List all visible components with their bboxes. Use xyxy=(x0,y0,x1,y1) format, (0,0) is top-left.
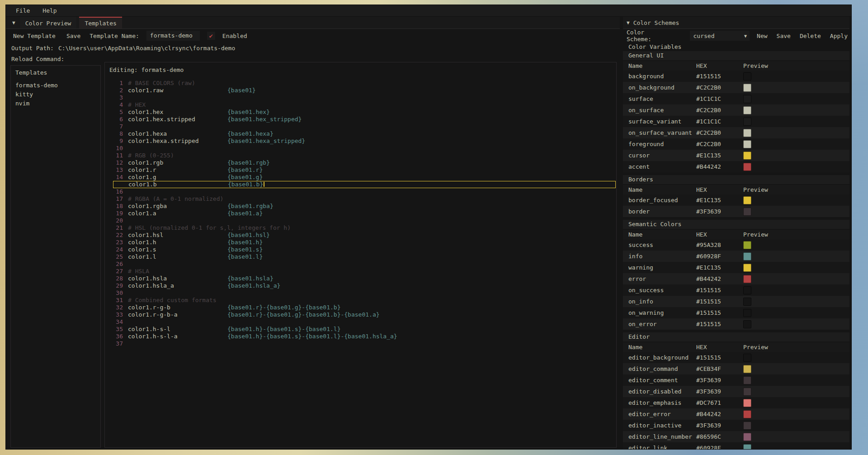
color-variable-row[interactable]: error #B44242 xyxy=(623,273,849,284)
editor-code-line[interactable]: 35 color1.h-s-l{base01.h}-{base01.s}-{ba… xyxy=(105,326,616,333)
editor-code-line[interactable]: 32 color1.r-g-b{base01.r}-{base01.g}-{ba… xyxy=(105,304,616,311)
editor-code-line[interactable]: 11 # RGB (0-255) xyxy=(105,152,616,159)
output-path-value[interactable]: C:\Users\user\AppData\Roaming\clrsync\fo… xyxy=(58,45,235,52)
color-variable-row[interactable]: on_success #151515 xyxy=(623,284,849,296)
tab-templates[interactable]: Templates xyxy=(79,17,122,28)
new-template-button[interactable]: New Template xyxy=(11,32,57,40)
menu-help[interactable]: Help xyxy=(42,7,57,14)
color-swatch[interactable] xyxy=(743,320,751,328)
editor-code-line[interactable]: 36 color1.h-s-l-a{base01.h}-{base01.s}-{… xyxy=(105,333,616,340)
variable-hex-value[interactable]: #CEB34F xyxy=(696,365,743,372)
variable-hex-value[interactable]: #151515 xyxy=(696,73,743,80)
editor-code-line[interactable]: 16 xyxy=(105,188,616,195)
color-variable-row[interactable]: editor_disabled #3F3639 xyxy=(623,386,849,397)
variable-hex-value[interactable]: #151515 xyxy=(696,298,743,305)
save-template-button[interactable]: Save xyxy=(65,32,82,40)
color-swatch[interactable] xyxy=(743,433,751,441)
color-variable-row[interactable]: on_surface #C2C2B0 xyxy=(623,104,849,116)
color-swatch[interactable] xyxy=(743,286,751,294)
color-variable-row[interactable]: foreground #C2C2B0 xyxy=(623,138,849,150)
color-variable-row[interactable]: border #3F3639 xyxy=(623,206,849,217)
color-variable-row[interactable]: on_info #151515 xyxy=(623,296,849,307)
collapse-arrow-icon[interactable]: ▼ xyxy=(6,20,20,26)
color-variable-row[interactable]: editor_emphasis #DC7671 xyxy=(623,397,849,408)
variable-hex-value[interactable]: #C2C2B0 xyxy=(696,129,743,136)
variable-hex-value[interactable]: #1C1C1C xyxy=(696,95,743,102)
color-swatch[interactable] xyxy=(743,152,751,160)
variable-hex-value[interactable]: #60928F xyxy=(696,253,743,260)
color-swatch[interactable] xyxy=(743,95,751,103)
color-swatch[interactable] xyxy=(743,196,751,204)
editor-code-line[interactable]: 3 xyxy=(105,94,616,101)
color-swatch[interactable] xyxy=(743,422,751,430)
color-variable-row[interactable]: editor_background #151515 xyxy=(623,352,849,363)
section-header[interactable]: Semantic Colors xyxy=(623,220,849,229)
variable-hex-value[interactable]: #151515 xyxy=(696,354,743,361)
variable-hex-value[interactable]: #B44242 xyxy=(696,163,743,170)
enabled-checkbox[interactable]: ✔ xyxy=(207,32,215,40)
color-variable-row[interactable]: editor_error #B44242 xyxy=(623,408,849,420)
template-editor[interactable]: 1 # BASE COLORS (raw) 2 color1.raw{base0… xyxy=(105,80,616,347)
variable-hex-value[interactable]: #151515 xyxy=(696,287,743,294)
template-name-input[interactable]: formats-demo xyxy=(146,31,200,41)
collapse-arrow-icon[interactable]: ▼ xyxy=(623,20,633,26)
variable-hex-value[interactable]: #60928F xyxy=(696,445,743,449)
color-swatch[interactable] xyxy=(743,106,751,114)
color-variable-row[interactable]: editor_link #60928F xyxy=(623,442,849,449)
color-swatch[interactable] xyxy=(743,444,751,450)
scheme-save-button[interactable]: Save xyxy=(775,32,793,40)
editor-code-line[interactable]: 10 xyxy=(105,145,616,152)
variable-hex-value[interactable]: #3F3639 xyxy=(696,377,743,384)
variable-hex-value[interactable]: #C2C2B0 xyxy=(696,141,743,147)
tab-color-preview[interactable]: Color Preview xyxy=(20,17,77,28)
color-variable-row[interactable]: background #151515 xyxy=(623,71,849,82)
variable-hex-value[interactable]: #95A328 xyxy=(696,242,743,248)
color-swatch[interactable] xyxy=(743,376,751,384)
editor-code-line[interactable]: 8 color1.hexa{base01.hexa} xyxy=(105,130,616,137)
editor-code-line[interactable]: 18 color1.rgba{base01.rgba} xyxy=(105,203,616,210)
color-variable-row[interactable]: editor_inactive #3F3639 xyxy=(623,420,849,431)
color-swatch[interactable] xyxy=(743,275,751,283)
scheme-new-button[interactable]: New xyxy=(755,32,769,40)
template-list-item[interactable]: nvim xyxy=(11,99,100,108)
color-swatch[interactable] xyxy=(743,264,751,272)
variable-hex-value[interactable]: #DC7671 xyxy=(696,399,743,406)
color-swatch[interactable] xyxy=(743,354,751,362)
variable-hex-value[interactable]: #E1C135 xyxy=(696,264,743,271)
color-swatch[interactable] xyxy=(743,298,751,306)
color-scheme-dropdown[interactable]: cursed ▼ xyxy=(690,31,750,41)
editor-code-line[interactable]: 17 # RGBA (A = 0-1 normalized) xyxy=(105,195,616,203)
color-variable-row[interactable]: on_surface_varuant #C2C2B0 xyxy=(623,127,849,138)
editor-code-line[interactable]: 22 color1.hsl{base01.hsl} xyxy=(105,232,616,239)
editor-code-line[interactable]: 28 color1.hsla{base01.hsla} xyxy=(105,275,616,282)
variable-hex-value[interactable]: #C2C2B0 xyxy=(696,107,743,114)
editor-code-line[interactable]: 29 color1.hsla_a{base01.hsla_a} xyxy=(105,282,616,289)
scheme-apply-button[interactable]: Apply xyxy=(828,32,849,40)
variable-hex-value[interactable]: #E1C135 xyxy=(696,152,743,159)
variable-hex-value[interactable]: #B44242 xyxy=(696,411,743,417)
editor-code-line[interactable]: 26 xyxy=(105,261,616,268)
editor-code-line[interactable]: 19 color1.a{base01.a} xyxy=(105,210,616,217)
variable-hex-value[interactable]: #1C1C1C xyxy=(696,118,743,125)
variable-hex-value[interactable]: #E1C135 xyxy=(696,197,743,204)
editor-code-line[interactable]: 6 color1.hex.stripped{base01.hex_strippe… xyxy=(105,116,616,123)
variable-hex-value[interactable]: #86596C xyxy=(696,433,743,440)
color-variable-row[interactable]: on_warning #151515 xyxy=(623,307,849,318)
editor-code-line[interactable]: 25 color1.l{base01.l} xyxy=(105,253,616,261)
variable-hex-value[interactable]: #151515 xyxy=(696,321,743,327)
editor-code-line[interactable]: 31 # Combined custom formats xyxy=(105,297,616,304)
color-swatch[interactable] xyxy=(743,118,751,126)
color-variable-row[interactable]: on_error #151515 xyxy=(623,318,849,330)
color-variable-row[interactable]: editor_comment #3F3639 xyxy=(623,374,849,386)
color-variable-row[interactable]: info #60928F xyxy=(623,251,849,262)
color-variable-row[interactable]: surface_variant #1C1C1C xyxy=(623,116,849,127)
section-header[interactable]: Borders xyxy=(623,175,849,184)
section-header[interactable]: General UI xyxy=(623,51,849,60)
variable-hex-value[interactable]: #3F3639 xyxy=(696,422,743,429)
editor-code-line[interactable]: 23 color1.h{base01.h} xyxy=(105,239,616,246)
editor-code-line[interactable]: 33 color1.r-g-b-a{base01.r}-{base01.g}-{… xyxy=(105,311,616,318)
editor-code-line[interactable]: 5 color1.hex{base01.hex} xyxy=(105,109,616,116)
color-variable-row[interactable]: border_focused #E1C135 xyxy=(623,194,849,206)
editor-code-line[interactable]: 4 # HEX xyxy=(105,101,616,109)
color-swatch[interactable] xyxy=(743,163,751,171)
